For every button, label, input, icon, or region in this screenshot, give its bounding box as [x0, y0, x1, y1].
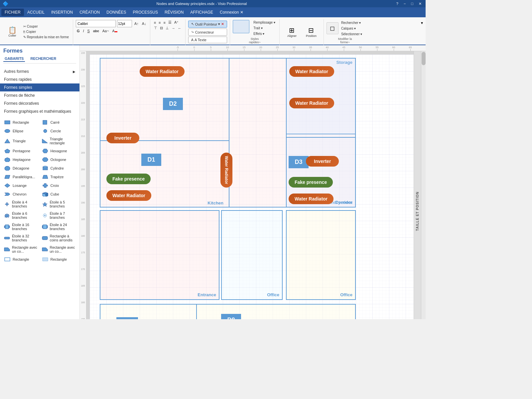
- indent-btn[interactable]: →: [171, 26, 176, 31]
- italic-btn[interactable]: I: [82, 29, 85, 33]
- wr-office[interactable]: Water Radiator: [289, 194, 333, 204]
- shape-parallelogramme[interactable]: Parallélógra...: [3, 173, 39, 181]
- outil-pointeur-btn[interactable]: ↖ Outil Pointeur ▾ ✕: [188, 21, 227, 28]
- align-left-btn[interactable]: ≡: [153, 20, 157, 25]
- wr-kitchen-top[interactable]: Water Radiator: [140, 66, 185, 77]
- coller-btn[interactable]: 📋 Coller: [4, 25, 21, 38]
- shape-rect-un-coin2[interactable]: Rectangle avec un co...: [41, 244, 77, 254]
- menu-item-affichage[interactable]: AFFICHAGE: [187, 9, 216, 16]
- aligner-btn[interactable]: ⊞ Aligner: [284, 25, 300, 39]
- help-btn[interactable]: ?: [395, 2, 400, 6]
- shape-pentagone[interactable]: Pentagone: [3, 147, 39, 155]
- shape-rect-un-coin[interactable]: Rectangle avec un co...: [3, 244, 39, 254]
- effets-btn[interactable]: Effets ▾: [252, 31, 277, 36]
- connecteur-btn[interactable]: ⤷ Connecteur: [188, 29, 227, 36]
- sidebar-item-formes-decoratives[interactable]: Formes décoratives: [0, 99, 79, 107]
- close-tool-btn[interactable]: ✕: [221, 22, 224, 26]
- reproduire-btn[interactable]: ✎ Reproduire la mise en forme: [22, 35, 70, 40]
- font-size-up-btn[interactable]: A⁺: [173, 20, 180, 25]
- calques-btn[interactable]: Calques ▾: [340, 26, 363, 31]
- fake-presence-living[interactable]: Fake presence: [106, 174, 151, 184]
- tab-rechercher[interactable]: RECHERCHER: [29, 56, 58, 62]
- strikethrough-btn[interactable]: abc: [92, 29, 100, 33]
- menu-item-creation[interactable]: CRÉATION: [76, 9, 103, 16]
- valign-mid-btn[interactable]: ⊟: [159, 26, 164, 31]
- d3-node[interactable]: D3: [289, 156, 309, 168]
- shape-octogone[interactable]: Octogone: [41, 156, 77, 163]
- menu-item-fichier[interactable]: FICHIER: [1, 9, 24, 16]
- shape-trapeze[interactable]: Trapèze: [41, 173, 77, 181]
- shape-etoile32[interactable]: Étoile à 32 branches: [3, 233, 39, 243]
- shape-rectangle3[interactable]: Rectangle: [41, 256, 77, 263]
- shape-ellipse[interactable]: Ellipse: [3, 127, 39, 135]
- d2-node[interactable]: D2: [163, 98, 183, 110]
- valign-bot-btn[interactable]: ⊥: [165, 26, 170, 31]
- wr-living[interactable]: Water Radiator: [106, 190, 151, 201]
- shape-etoile5[interactable]: Étoile à 5 branches: [41, 199, 77, 209]
- wr-storage-top[interactable]: Water Radiator: [289, 66, 334, 77]
- diagram-canvas[interactable]: Storage Laundry room Corridor Kitchen: [86, 51, 414, 319]
- shape-triangle-rect[interactable]: Triangle rectangle: [41, 136, 77, 146]
- shape-cylindre[interactable]: Cylindre: [41, 165, 77, 172]
- sidebar-item-autres-formes[interactable]: Autres formes ▶: [0, 67, 79, 75]
- shape-chevron[interactable]: Chevron: [3, 191, 39, 198]
- shape-etoile24[interactable]: Étoile à 24 branches: [41, 222, 77, 232]
- shape-decagone[interactable]: Décagone: [3, 165, 39, 172]
- remplissage-btn[interactable]: Remplissage ▾: [252, 20, 277, 25]
- shape-cercle[interactable]: Cercle: [41, 127, 77, 135]
- font-selector[interactable]: [76, 20, 116, 27]
- sidebar-item-formes-fleche[interactable]: Formes de flèche: [0, 91, 79, 99]
- couper-btn[interactable]: ✂ Couper: [22, 24, 70, 29]
- valign-top-btn[interactable]: ⊤: [153, 26, 158, 31]
- font-color-btn[interactable]: A: [111, 29, 118, 33]
- wr-vertical[interactable]: Water Radiator: [220, 153, 232, 188]
- menu-item-connexion[interactable]: Connexion ✕: [216, 9, 247, 16]
- shape-losange[interactable]: Losange: [3, 182, 39, 189]
- shape-rectangle[interactable]: Rectangle: [3, 119, 39, 126]
- font-size-selector[interactable]: [117, 20, 132, 27]
- shape-heptagone[interactable]: Heptagone: [3, 156, 39, 163]
- outdent-btn[interactable]: ←: [177, 26, 183, 31]
- underline-btn[interactable]: S: [86, 29, 91, 33]
- menu-item-insertion[interactable]: INSERTION: [48, 9, 76, 16]
- tab-gabarits[interactable]: GABARITS: [3, 56, 25, 62]
- list-btn[interactable]: ☰: [167, 20, 173, 25]
- align-center-btn[interactable]: ≡: [158, 20, 162, 25]
- v-scroll-thumb[interactable]: [422, 52, 426, 65]
- minimize-btn[interactable]: −: [402, 2, 407, 6]
- inverter-living[interactable]: Inverter: [106, 133, 139, 143]
- maximize-btn[interactable]: □: [410, 2, 415, 6]
- shape-hexagone[interactable]: Hexagone: [41, 147, 77, 155]
- d10-node[interactable]: D10: [116, 317, 138, 319]
- shape-etoile16[interactable]: Étoile à 16 branches: [3, 222, 39, 232]
- shape-carre[interactable]: Carré: [41, 119, 77, 126]
- position-btn[interactable]: ⊟ Position: [303, 25, 320, 39]
- vertical-scrollbar[interactable]: [421, 51, 426, 319]
- bold-btn[interactable]: G: [76, 29, 81, 33]
- selectionner-btn[interactable]: Sélectionner ▾: [340, 32, 363, 37]
- taille-position-panel[interactable]: TAILLE ET POSITION ✕: [414, 51, 421, 319]
- font-grow-btn[interactable]: A↑: [133, 21, 140, 26]
- shape-etoile6[interactable]: Étoile à 6 branches: [3, 210, 39, 220]
- menu-item-donnees[interactable]: DONNÉES: [103, 9, 129, 16]
- rechercher-btn[interactable]: Rechercher ▾: [340, 20, 363, 25]
- sidebar-item-formes-rapides[interactable]: Formes rapides: [0, 75, 79, 83]
- close-btn[interactable]: ✕: [417, 2, 423, 6]
- font-shrink-btn[interactable]: A↓: [141, 21, 147, 26]
- copier-btn[interactable]: ⎘ Copier: [22, 29, 70, 34]
- format-btn[interactable]: Aa~: [101, 29, 110, 33]
- menu-item-accueil[interactable]: ACCUEIL: [24, 9, 48, 16]
- sidebar-item-formes-simples[interactable]: Formes simples: [0, 83, 79, 91]
- ribbon-expand-btn[interactable]: ▾: [420, 19, 424, 49]
- sidebar-item-formes-graphiques[interactable]: Formes graphiques et mathématiques: [0, 107, 79, 115]
- fake-presence-office[interactable]: Fake presence: [289, 177, 333, 188]
- shape-etoile7[interactable]: Étoile à 7 branches: [41, 210, 77, 220]
- wr-storage-mid[interactable]: Water Radiator: [289, 98, 334, 108]
- texte-btn[interactable]: A A Texte: [188, 37, 227, 43]
- menu-item-processus[interactable]: PROCESSUS: [130, 9, 161, 16]
- d1-node[interactable]: D1: [141, 154, 161, 166]
- shape-cube[interactable]: Cube: [41, 191, 77, 198]
- shape-triangle[interactable]: Triangle: [3, 136, 39, 146]
- shape-croix[interactable]: Croix: [41, 182, 77, 189]
- menu-item-revision[interactable]: RÉVISION: [161, 9, 187, 16]
